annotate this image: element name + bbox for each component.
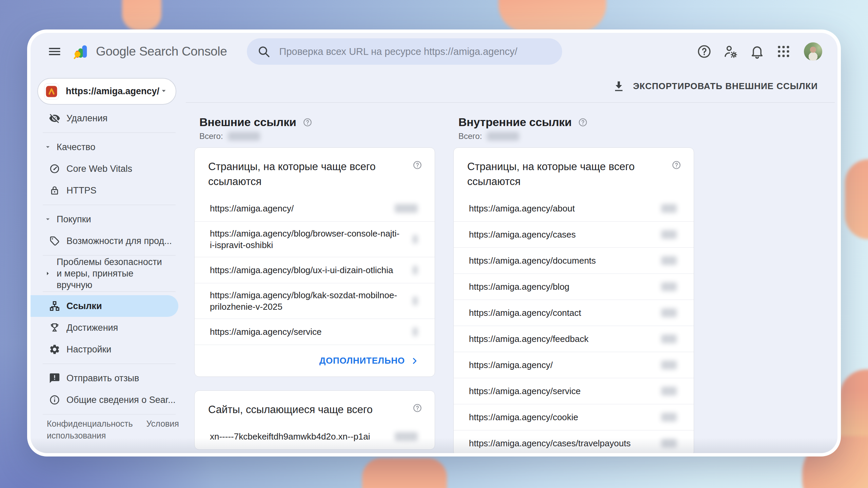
redacted-count: [661, 361, 677, 369]
table-row[interactable]: https://amiga.agency/blog: [454, 273, 694, 300]
row-url[interactable]: https://amiga.agency/feedback: [469, 333, 589, 345]
table-row[interactable]: https://amiga.agency/contact: [454, 300, 694, 326]
sidebar-item-label: Возможности для прод...: [66, 236, 172, 246]
row-url[interactable]: https://amiga.agency/blog/browser-consol…: [210, 228, 400, 251]
manage-users-button[interactable]: [723, 43, 739, 60]
table-row[interactable]: https://amiga.agency/blog/kak-sozdat-mob…: [195, 283, 435, 319]
url-inspection-search[interactable]: [247, 38, 562, 65]
table-row[interactable]: https://amiga.agency/feedback: [454, 326, 694, 352]
hamburger-icon: [47, 44, 62, 59]
row-url[interactable]: https://amiga.agency/contact: [469, 307, 581, 319]
user-settings-icon: [723, 44, 738, 59]
help-icon: [696, 44, 712, 59]
notifications-button[interactable]: [749, 43, 765, 60]
row-url[interactable]: https://amiga.agency/documents: [469, 255, 596, 266]
row-url[interactable]: https://amiga.agency/cases/travelpayouts: [469, 438, 631, 449]
sidebar-divider: [43, 414, 176, 414]
feedback-icon: [48, 372, 61, 384]
row-url[interactable]: https://amiga.agency/: [469, 359, 553, 371]
table-row[interactable]: https://amiga.agency/documents: [454, 247, 694, 273]
account-avatar[interactable]: [804, 42, 822, 61]
table-row[interactable]: https://amiga.agency/: [195, 195, 435, 221]
table-row[interactable]: https://amiga.agency/blog/ux-i-ui-dizain…: [195, 257, 435, 283]
internal-links-heading: Внутренние ссылки: [458, 116, 572, 129]
help-button[interactable]: [696, 43, 712, 60]
sitemap-icon: [48, 300, 61, 312]
main-content: ЭКСПОРТИРОВАТЬ ВНЕШНИЕ ССЫЛКИ Внешние сс…: [186, 70, 837, 453]
total-label: Всего:: [458, 131, 482, 141]
top-linked-pages-card: Страницы, на которые чаще всего ссылаютс…: [194, 147, 435, 377]
sidebar-item-7[interactable]: Возможности для прод...: [31, 230, 178, 252]
row-url[interactable]: https://amiga.agency/: [210, 203, 294, 214]
help-icon[interactable]: [412, 403, 422, 413]
sidebar-item-16[interactable]: Общие сведения о Sear...: [31, 389, 178, 411]
top-linking-sites-card: Сайты, ссылающиеся чаще всего xn-----7kc…: [194, 390, 435, 450]
lock-icon: [48, 184, 61, 197]
row-url[interactable]: https://amiga.agency/cases: [469, 229, 576, 240]
table-row[interactable]: https://amiga.agency/cookie: [454, 404, 694, 430]
caret-down-icon: [43, 215, 52, 224]
sidebar-divider: [43, 255, 176, 256]
table-row[interactable]: https://amiga.agency/service: [195, 319, 435, 345]
sidebar-item-6[interactable]: Покупки: [31, 208, 178, 230]
sidebar-item-2[interactable]: Качество: [31, 136, 178, 158]
sidebar: https://amiga.agency/ УдаленияКачествоCo…: [31, 70, 178, 453]
hamburger-menu-button[interactable]: [46, 43, 63, 60]
row-url[interactable]: https://amiga.agency/service: [469, 385, 581, 397]
sidebar-item-label: Удаления: [66, 113, 107, 124]
redacted-total: [228, 132, 260, 141]
sidebar-footer: КонфиденциальностьУсловия использования: [31, 418, 173, 453]
table-row[interactable]: https://amiga.agency/: [454, 352, 694, 378]
table-row[interactable]: https://amiga.agency/service: [454, 378, 694, 404]
table-row[interactable]: xn-----7kcbekeiftdh9amwkb4d2o.xn--p1ai: [195, 423, 435, 449]
sidebar-item-13[interactable]: Настройки: [31, 339, 178, 360]
sidebar-item-4[interactable]: HTTPS: [31, 180, 178, 201]
sidebar-divider: [43, 291, 176, 292]
internal-links-column: Внутренние ссылки Всего:: [453, 116, 694, 453]
help-icon[interactable]: [671, 160, 682, 170]
top-bar: Google Search Console: [31, 33, 837, 70]
row-url[interactable]: https://amiga.agency/service: [210, 326, 322, 338]
table-row[interactable]: https://amiga.agency/cases/travelpayouts: [454, 430, 694, 453]
help-icon[interactable]: [302, 117, 313, 127]
sidebar-item-label: HTTPS: [66, 185, 97, 196]
orange-blob-top-left: [122, 0, 161, 30]
row-url[interactable]: xn-----7kcbekeiftdh9amwkb4d2o.xn--p1ai: [210, 431, 370, 442]
table-row[interactable]: https://amiga.agency/cases: [454, 221, 694, 247]
app-logo[interactable]: Google Search Console: [73, 44, 227, 59]
export-external-links-button[interactable]: ЭКСПОРТИРОВАТЬ ВНЕШНИЕ ССЫЛКИ: [612, 80, 818, 93]
more-button[interactable]: ДОПОЛНИТЕЛЬНО: [195, 345, 435, 377]
sidebar-item-label: Core Web Vitals: [66, 164, 132, 174]
sidebar-item-label: Ссылки: [66, 301, 102, 311]
search-input[interactable]: [279, 46, 552, 57]
row-url[interactable]: https://amiga.agency/blog/ux-i-ui-dizain…: [210, 264, 393, 276]
sidebar-item-15[interactable]: Отправить отзыв: [31, 367, 178, 389]
chevron-down-icon: [159, 86, 168, 97]
row-url[interactable]: https://amiga.agency/blog: [469, 281, 569, 292]
search-icon: [257, 45, 271, 58]
table-row[interactable]: https://amiga.agency/about: [454, 195, 694, 221]
sidebar-item-12[interactable]: Достижения: [31, 317, 178, 339]
property-selector[interactable]: https://amiga.agency/: [37, 78, 176, 105]
row-url[interactable]: https://amiga.agency/blog/kak-sozdat-mob…: [210, 289, 400, 312]
sidebar-item-3[interactable]: Core Web Vitals: [31, 158, 178, 180]
redacted-total: [487, 132, 519, 141]
table-row[interactable]: https://amiga.agency/blog/browser-consol…: [195, 221, 435, 257]
sidebar-item-11[interactable]: Ссылки: [31, 295, 178, 317]
redacted-count: [661, 230, 677, 239]
row-url[interactable]: https://amiga.agency/cookie: [469, 411, 578, 423]
redacted-count: [661, 282, 677, 291]
caret-right-icon: [43, 269, 52, 278]
google-apps-button[interactable]: [775, 43, 792, 60]
eye-off-icon: [48, 112, 61, 124]
sidebar-item-0[interactable]: Удаления: [31, 107, 178, 129]
sidebar-item-label: Проблемы безопасности и меры, принятые в…: [57, 256, 169, 291]
search-console-logo-icon: [73, 44, 88, 59]
help-icon[interactable]: [412, 160, 422, 170]
sidebar-item-9[interactable]: Проблемы безопасности и меры, принятые в…: [31, 259, 178, 288]
redacted-count: [661, 387, 677, 395]
caret-down-icon: [43, 143, 52, 151]
privacy-link[interactable]: Конфиденциальность: [47, 419, 133, 428]
help-icon[interactable]: [578, 117, 588, 127]
row-url[interactable]: https://amiga.agency/about: [469, 203, 575, 214]
